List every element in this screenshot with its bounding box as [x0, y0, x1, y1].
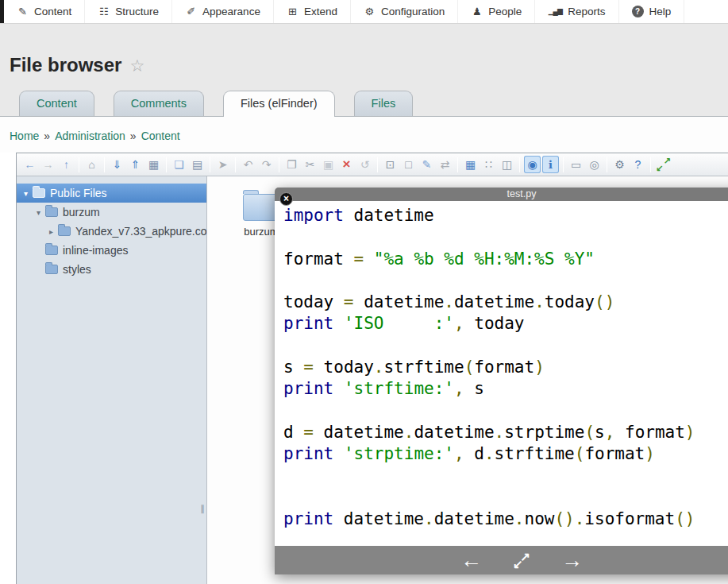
archive-icon[interactable]: ⊡	[382, 156, 399, 173]
tabs: ContentCommentsFiles (elFinder)Files	[0, 91, 728, 116]
redo-icon[interactable]: ↷	[258, 156, 275, 173]
toolbar-separator	[279, 157, 279, 172]
restore-icon[interactable]: ↺	[356, 156, 373, 173]
forward-icon[interactable]: →	[40, 156, 56, 173]
tree-expand-arrow[interactable]: ▾	[33, 208, 44, 217]
favorite-star-icon[interactable]: ☆	[129, 57, 144, 74]
toolbar-separator	[377, 157, 378, 172]
download-icon[interactable]: ⇓	[109, 156, 125, 173]
code-line	[283, 466, 728, 487]
tab-label: Files	[372, 97, 396, 110]
tab-files-elfinder[interactable]: Files (elFinder)	[223, 91, 335, 117]
admin-toolbar-item-content[interactable]: ✎ Content	[4, 0, 85, 23]
view-icons-icon[interactable]: ∷	[480, 156, 497, 173]
folder-icon	[58, 226, 71, 236]
code-line: import datetime	[283, 205, 728, 226]
code-line	[283, 335, 728, 357]
page-header: File browser ☆ ContentCommentsFiles (elF…	[0, 24, 728, 117]
tree-rows: ▾ Public Files ▾ burzum ▸ Yandex_v7.33_a…	[17, 184, 206, 279]
toolbar-separator	[563, 157, 564, 172]
save-as-icon[interactable]: ▤	[189, 156, 206, 173]
toolbar-help-icon[interactable]: ?	[630, 156, 646, 173]
toolbar-separator	[235, 157, 236, 172]
tab-files[interactable]: Files	[354, 91, 414, 116]
tree-item-label: inline-images	[63, 244, 128, 257]
tab-label: Files (elFinder)	[241, 97, 318, 110]
breadcrumb-link-content[interactable]: Content	[141, 130, 180, 142]
tree-item-inline-images[interactable]: inline-images	[17, 241, 206, 260]
tree-item-yandex-v7-33-apkpure-co[interactable]: ▸ Yandex_v7.33_apkpure.co	[17, 222, 206, 241]
quicklook-eye-icon[interactable]: ◉	[524, 156, 541, 173]
preview-titlebar[interactable]: test.py	[275, 188, 728, 201]
shuffle-icon[interactable]: ⇄	[437, 156, 453, 173]
code-line: d = datetime.datetime.strptime(s, format…	[283, 422, 728, 443]
admin-toolbar-item-extend[interactable]: ⊞ Extend	[274, 0, 351, 23]
people-icon: ♟	[471, 6, 483, 17]
select-icon[interactable]: □	[400, 156, 417, 173]
tree-item-burzum[interactable]: ▾ burzum	[17, 203, 206, 222]
folder-icon	[45, 207, 58, 217]
tree-expand-arrow[interactable]: ▸	[46, 227, 56, 236]
tree-item-label: burzum	[63, 206, 100, 219]
fullscreen-icon[interactable]: ↗ ↙	[512, 551, 531, 570]
code-line	[283, 270, 728, 292]
info-icon[interactable]: ℹ	[542, 156, 559, 173]
preview-monitor-icon[interactable]: ▭	[568, 156, 584, 173]
settings-gear-icon[interactable]: ⚙	[611, 156, 628, 173]
tree-item-styles[interactable]: styles	[17, 260, 206, 279]
breadcrumb-link-home[interactable]: Home	[10, 130, 39, 142]
paste-icon[interactable]: ▣	[320, 156, 337, 173]
admin-item-label: Structure	[115, 6, 159, 17]
admin-toolbar-item-appearance[interactable]: ✐ Appearance	[172, 0, 274, 23]
next-arrow-icon[interactable]: →	[561, 550, 583, 571]
prev-arrow-icon[interactable]: ←	[460, 550, 482, 571]
view-list-icon[interactable]: ▦	[462, 156, 479, 173]
code-line: print datetime.datetime.now().isoformat(…	[283, 509, 728, 530]
tree-item-public-files[interactable]: ▾ Public Files	[17, 184, 206, 203]
expand-arrow-sw: ↙	[513, 558, 523, 570]
breadcrumb-separator: »	[44, 130, 50, 142]
admin-item-label: Reports	[568, 6, 605, 17]
tree-expand-arrow[interactable]: ▾	[21, 189, 31, 198]
admin-toolbar-item-structure[interactable]: ☷ Structure	[85, 0, 172, 23]
tab-content[interactable]: Content	[19, 91, 94, 116]
cut-icon[interactable]: ✂	[302, 156, 318, 173]
delete-icon[interactable]: ×	[338, 156, 355, 173]
tab-label: Comments	[131, 97, 187, 110]
elfinder-tree-panel: ▾ Public Files ▾ burzum ▸ Yandex_v7.33_a…	[17, 176, 207, 584]
edit-icon[interactable]: ✎	[418, 156, 435, 173]
save-icon[interactable]: ▦	[145, 156, 162, 173]
code-line: format = "%a %b %d %H:%M:%S %Y"	[283, 249, 728, 270]
admin-toolbar-item-configuration[interactable]: ⚙ Configuration	[351, 0, 458, 23]
admin-item-label: Extend	[304, 6, 337, 17]
up-icon[interactable]: ↑	[58, 156, 75, 173]
elfinder-toolbar: ←→↑⌂⇓⇑▦❏▤➤↶↷❐✂▣×↺⊡□✎⇄▦∷◫◉ℹ▭◎⚙?↗↙	[17, 153, 728, 176]
upload-icon[interactable]: ⇑	[127, 156, 144, 173]
admin-toolbar-item-help[interactable]: ? Help	[619, 0, 685, 23]
tab-comments[interactable]: Comments	[114, 91, 204, 116]
content-icon: ✎	[17, 6, 29, 17]
admin-item-label: People	[488, 6, 522, 17]
media-icon[interactable]: ◎	[586, 156, 603, 173]
open-icon[interactable]: ❏	[171, 156, 187, 173]
page-title: File browser	[10, 54, 121, 76]
undo-icon[interactable]: ↶	[240, 156, 256, 173]
panel-resize-handle[interactable]: ∥	[201, 504, 206, 514]
code-line: print 'strptime:', d.strftime(format)	[283, 443, 728, 465]
toolbar-separator	[210, 157, 210, 172]
admin-toolbar-item-reports[interactable]: ▁▄▆ Reports	[535, 0, 618, 23]
home-icon[interactable]: ⌂	[83, 156, 100, 173]
back-icon[interactable]: ←	[21, 156, 38, 173]
pointer-icon[interactable]: ➤	[214, 156, 231, 173]
breadcrumb-separator: »	[130, 130, 137, 142]
view-split-icon[interactable]: ◫	[499, 156, 515, 173]
close-icon[interactable]: ×	[279, 192, 293, 206]
admin-toolbar-item-people[interactable]: ♟ People	[458, 0, 535, 23]
fullscreen-icon[interactable]: ↗↙	[655, 156, 672, 173]
code-line	[283, 400, 728, 422]
copy-icon[interactable]: ❐	[283, 156, 300, 173]
admin-item-label: Help	[649, 6, 672, 17]
preview-code: import datetime format = "%a %b %d %H:%M…	[275, 201, 728, 574]
breadcrumb-link-administration[interactable]: Administration	[55, 130, 125, 142]
code-line	[283, 226, 728, 248]
